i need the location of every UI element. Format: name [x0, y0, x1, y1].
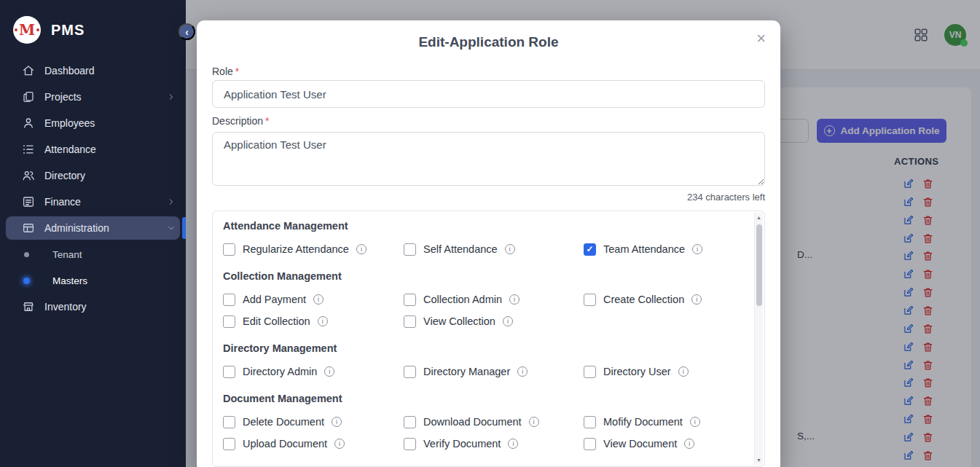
permission-view-collection: View Collectioni — [404, 315, 584, 328]
sidebar-subitem-masters[interactable]: Masters — [0, 267, 186, 294]
sidebar-item-finance[interactable]: Finance — [0, 189, 186, 215]
permission-verify-document: Verify Documenti — [404, 438, 584, 450]
app-title: PMS — [51, 22, 85, 39]
checkbox-team-attendance[interactable]: ✓ — [584, 243, 596, 256]
info-icon[interactable]: i — [684, 439, 694, 449]
sidebar-item-label: Dashboard — [44, 65, 176, 76]
sidebar-item-label: Employees — [44, 117, 176, 129]
checkbox-upload-document[interactable] — [223, 438, 235, 450]
sidebar-item-inventory[interactable]: Inventory — [0, 294, 186, 320]
inventory-icon — [22, 300, 35, 313]
info-icon[interactable]: i — [334, 439, 345, 449]
required-asterisk: * — [235, 66, 239, 77]
sidebar-item-administration[interactable]: Administration — [0, 215, 186, 241]
permissions-panel: Attendance ManagementRegularize Attendan… — [212, 211, 765, 467]
sidebar-item-projects[interactable]: Projects — [0, 84, 186, 110]
app-logo: M PMS — [0, 0, 186, 55]
sidebar-item-directory[interactable]: Directory — [0, 162, 186, 189]
sidebar: M PMS DashboardProjectsEmployeesAttendan… — [0, 0, 186, 467]
checkbox-regularize-attendance[interactable] — [223, 243, 235, 256]
permission-grid: Directory AdminiDirectory ManageriDirect… — [223, 361, 742, 382]
home-icon — [22, 64, 35, 77]
info-icon[interactable]: i — [690, 417, 700, 427]
info-icon[interactable]: i — [508, 439, 518, 449]
permission-label: Verify Document — [423, 438, 501, 450]
permission-label: Delete Document — [243, 416, 324, 428]
permission-view-document: View Documenti — [584, 438, 742, 450]
permission-team-attendance: ✓Team Attendancei — [584, 243, 742, 256]
permission-label: Create Collection — [603, 294, 684, 305]
permission-section-title: Attendance Management — [223, 220, 742, 232]
close-icon[interactable]: × — [753, 28, 769, 50]
logo-mark-icon: M — [13, 16, 41, 44]
info-icon[interactable]: i — [678, 366, 689, 377]
sidebar-item-label: Projects — [44, 91, 157, 103]
sidebar-nav: DashboardProjectsEmployeesAttendanceDire… — [0, 58, 186, 320]
checkbox-download-document[interactable] — [404, 416, 416, 428]
sidebar-subitem-label: Masters — [52, 275, 186, 286]
checkbox-view-collection[interactable] — [404, 315, 416, 328]
info-icon[interactable]: i — [505, 244, 515, 254]
description-textarea[interactable]: Application Test User — [212, 132, 765, 186]
checkbox-directory-admin[interactable] — [223, 366, 235, 378]
permissions-scrollbar[interactable]: ▲ ▼ — [754, 213, 763, 465]
scroll-up-icon[interactable]: ▲ — [755, 215, 763, 220]
logo-letter: M — [19, 23, 35, 37]
permission-mofify-document: Mofify Documenti — [584, 416, 742, 428]
role-input[interactable] — [212, 80, 765, 108]
permission-section-title: Directory Management — [223, 342, 742, 355]
checkbox-delete-document[interactable] — [223, 416, 235, 428]
checkbox-collection-admin[interactable] — [404, 294, 416, 306]
permission-section-title: Collection Management — [223, 270, 742, 283]
checkbox-directory-manager[interactable] — [404, 366, 416, 378]
sidebar-item-label: Inventory — [44, 301, 176, 313]
logo-dot-icon — [36, 28, 39, 31]
sidebar-item-dashboard[interactable]: Dashboard — [0, 58, 186, 84]
scrollbar-thumb[interactable] — [756, 224, 762, 306]
checkbox-mofify-document[interactable] — [584, 416, 596, 428]
info-icon[interactable]: i — [509, 294, 520, 305]
attendance-icon — [22, 143, 35, 156]
info-icon[interactable]: i — [529, 417, 539, 427]
permission-section-title: Document Management — [223, 393, 742, 405]
permission-grid: Add PaymentiCollection AdminiCreate Coll… — [223, 289, 742, 332]
directory-icon — [22, 169, 35, 182]
checkbox-directory-user[interactable] — [584, 366, 596, 378]
checkbox-create-collection[interactable] — [584, 294, 596, 306]
permission-grid: Regularize AttendanceiSelf Attendancei✓T… — [223, 238, 742, 260]
permission-label: Mofify Document — [603, 416, 683, 428]
sidebar-item-employees[interactable]: Employees — [0, 110, 186, 136]
info-icon[interactable]: i — [324, 366, 334, 377]
checkbox-verify-document[interactable] — [404, 438, 416, 450]
sidebar-collapse-button[interactable]: ‹ — [179, 23, 195, 40]
info-icon[interactable]: i — [332, 417, 342, 427]
permission-label: Collection Admin — [423, 294, 502, 305]
info-icon[interactable]: i — [517, 366, 528, 377]
chevron-right-icon — [167, 197, 176, 206]
info-icon[interactable]: i — [356, 244, 366, 254]
permission-create-collection: Create Collectioni — [584, 294, 742, 306]
checkbox-add-payment[interactable] — [223, 294, 235, 306]
permission-delete-document: Delete Documenti — [223, 416, 404, 428]
sidebar-item-label: Directory — [44, 170, 176, 181]
checkbox-view-document[interactable] — [584, 438, 596, 450]
sidebar-subitem-tenant[interactable]: Tenant — [0, 241, 186, 267]
permission-collection-admin: Collection Admini — [404, 294, 584, 306]
logo-dot-icon — [15, 28, 17, 31]
checkbox-edit-collection[interactable] — [223, 315, 235, 328]
role-label-text: Role — [212, 66, 233, 77]
info-icon[interactable]: i — [691, 294, 702, 305]
chevron-right-icon — [167, 93, 176, 101]
permission-label: Regularize Attendance — [243, 243, 349, 255]
permission-directory-user: Directory Useri — [584, 366, 742, 378]
permission-download-document: Download Documenti — [404, 416, 584, 428]
info-icon[interactable]: i — [313, 294, 324, 305]
info-icon[interactable]: i — [503, 316, 513, 326]
role-label: Role* — [212, 66, 765, 78]
checkbox-self-attendance[interactable] — [404, 243, 416, 256]
sidebar-item-attendance[interactable]: Attendance — [0, 136, 186, 162]
info-icon[interactable]: i — [318, 316, 328, 326]
scroll-down-icon[interactable]: ▼ — [755, 458, 763, 463]
info-icon[interactable]: i — [692, 244, 702, 254]
chevron-down-icon — [167, 224, 176, 232]
